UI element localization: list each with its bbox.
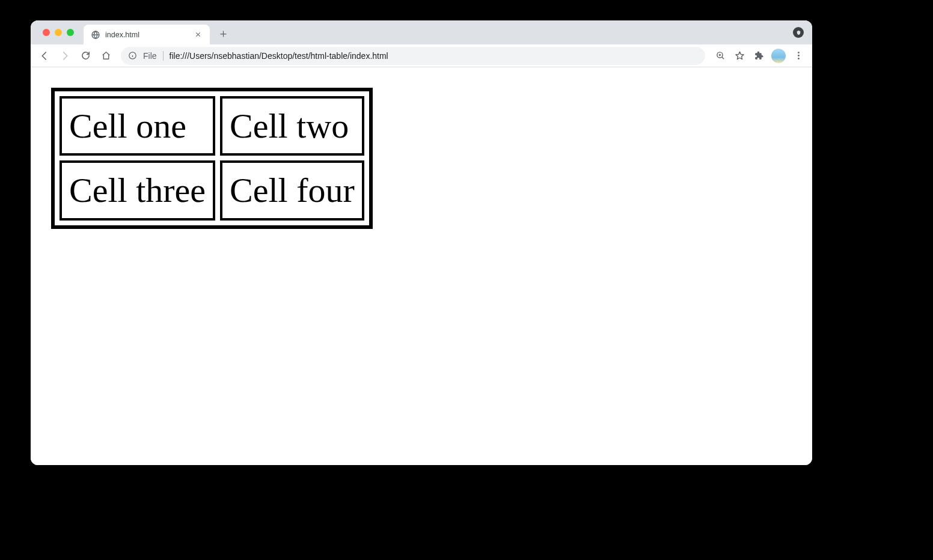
tab-title: index.html [105,31,188,39]
menu-button[interactable] [789,47,807,65]
site-info-icon[interactable] [128,51,137,60]
browser-tab[interactable]: index.html [84,25,210,44]
svg-point-10 [798,58,800,59]
toolbar-actions [711,47,807,65]
avatar[interactable] [771,49,786,63]
back-button[interactable] [35,47,54,65]
page-viewport: Cell one Cell two Cell three Cell four [31,67,812,465]
svg-line-5 [721,57,723,59]
table-cell: Cell one [60,96,215,156]
table-row: Cell one Cell two [60,96,364,156]
close-window-button[interactable] [43,29,50,36]
browser-window: index.html [31,20,812,465]
separator [163,51,164,61]
url-text: file:///Users/nsebhastian/Desktop/test/h… [170,51,388,61]
globe-icon [91,30,100,40]
home-button[interactable] [97,47,115,65]
table-row: Cell three Cell four [60,160,364,220]
reload-button[interactable] [76,47,94,65]
content-table: Cell one Cell two Cell three Cell four [51,88,373,229]
address-bar[interactable]: File file:///Users/nsebhastian/Desktop/t… [121,47,705,65]
zoom-icon[interactable] [711,47,729,65]
table-cell: Cell four [220,160,364,220]
table-cell: Cell two [220,96,364,156]
new-tab-button[interactable] [215,25,231,42]
toolbar: File file:///Users/nsebhastian/Desktop/t… [31,44,812,67]
extensions-icon[interactable] [750,47,768,65]
forward-button[interactable] [56,47,74,65]
svg-point-9 [798,55,800,56]
profile-indicator-icon[interactable] [793,27,804,38]
tab-bar: index.html [31,20,812,44]
table-cell: Cell three [60,160,215,220]
close-tab-button[interactable] [193,30,203,40]
maximize-window-button[interactable] [67,29,74,36]
origin-label: File [143,51,157,61]
minimize-window-button[interactable] [55,29,62,36]
bookmark-icon[interactable] [730,47,748,65]
svg-point-8 [798,52,800,53]
window-controls [38,20,84,44]
